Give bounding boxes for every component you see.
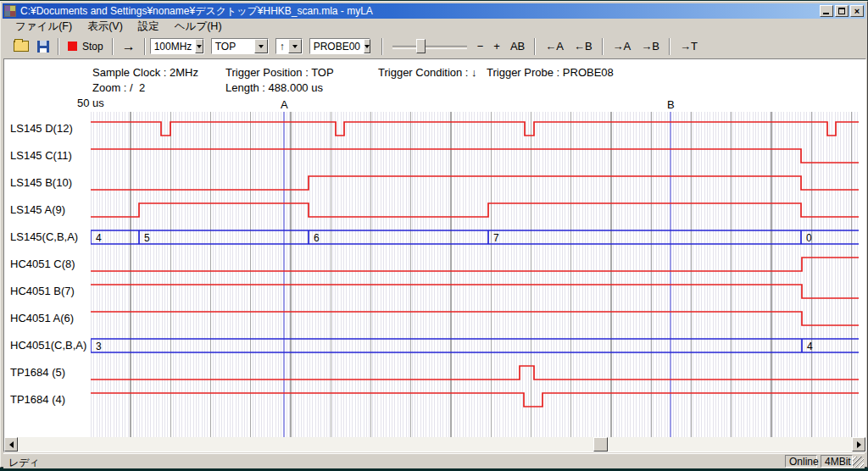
waveform-trace [91,285,859,298]
goto-trigger-button[interactable]: →T [675,40,703,53]
trigger-probe-value: PROBE00 [310,41,364,53]
toolbar-separator [112,38,114,55]
channel-label: HC4051 C(8) [10,258,90,270]
horizontal-scrollbar[interactable] [4,437,865,452]
bus-value: 5 [144,232,150,244]
bus-value: 4 [96,232,102,244]
toolbar-separator [534,38,536,55]
chevron-down-icon [259,45,264,48]
dropdown-button[interactable] [364,39,370,53]
scroll-left-button[interactable] [4,437,18,452]
chevron-down-icon [364,45,370,48]
length-info: Length : 488.000 us [225,81,323,94]
stop-button[interactable]: Stop [64,37,108,56]
waveform-trace [91,122,859,136]
channel-label: TP1684 (4) [10,393,90,406]
trigger-position-info: Trigger Position : TOP [225,66,334,79]
zoom-slider-track [392,46,467,49]
arrow-left-icon [9,441,14,448]
trigger-condition-info: Trigger Condition : ↓ [378,66,477,79]
channel-label: LS145 B(10) [10,176,90,189]
stop-icon [68,42,77,51]
zoom-out-button[interactable]: − [472,40,489,53]
maximize-icon [838,8,845,14]
status-online-badge: Online [785,455,817,468]
status-bar: レディ Online 4MBit [3,453,865,468]
chevron-down-icon [292,45,298,48]
channel-label: TP1684 (5) [10,366,90,379]
waveform-trace [91,176,859,190]
menu-settings[interactable]: 設定 [131,19,167,35]
scrollbar-thumb[interactable] [593,437,608,452]
bus-value: 3 [96,341,102,352]
channel-label: LS145 D(12) [10,122,90,135]
window-title: C:¥Documents and Settings¥noname¥デスクトップ¥… [20,4,818,19]
app-window: C:¥Documents and Settings¥noname¥デスクトップ¥… [0,1,868,468]
close-icon: × [854,7,860,16]
minimize-button[interactable] [820,5,833,17]
scroll-right-button[interactable] [852,437,865,452]
toolbar-separator [381,38,383,55]
channel-label: HC4051 A(6) [10,312,90,324]
trigger-position-select[interactable]: TOP [211,38,269,54]
sample-clock-value: 100MHz [151,41,196,53]
marker-label-b: B [667,98,675,111]
close-button[interactable]: × [850,5,864,17]
bus-value: 6 [314,232,320,244]
waveform-trace [91,149,859,163]
channel-label: HC4051 B(7) [10,285,90,297]
dropdown-button[interactable] [195,39,203,53]
dropdown-button[interactable] [254,39,268,53]
resize-grip[interactable] [853,457,864,468]
dropdown-button[interactable] [288,39,302,53]
toolbar-separator [602,38,604,55]
screen: C:¥Documents and Settings¥noname¥デスクトップ¥… [0,0,868,471]
goto-a-right-button[interactable]: →A [608,40,637,53]
title-bar[interactable]: C:¥Documents and Settings¥noname¥デスクトップ¥… [3,3,865,19]
open-folder-icon [14,41,29,52]
menu-file[interactable]: ファイル(F) [8,19,80,35]
arrow-right-icon [857,441,861,448]
stop-label: Stop [82,41,103,53]
trigger-position-value: TOP [212,41,239,53]
goto-b-right-button[interactable]: →B [636,40,665,53]
toolbar: Stop → 100MHz TOP ↑ PROBE00 [3,35,865,58]
waveform-trace [91,258,859,271]
waveform-area[interactable]: 4567034 [91,112,859,437]
zoom-ab-button[interactable]: AB [505,40,530,53]
status-ready-text: レディ [8,456,40,470]
waveform-trace [91,203,859,217]
trigger-edge-select[interactable]: ↑ [275,38,303,54]
zoom-in-button[interactable]: + [488,40,505,53]
zoom-slider[interactable] [392,38,467,55]
waveform-trace [91,393,859,407]
channel-label: LS145(C,B,A) [10,230,90,243]
trigger-probe-info: Trigger Probe : PROBE08 [487,66,614,79]
trigger-probe-select[interactable]: PROBE00 [309,38,370,54]
app-icon [4,5,16,17]
run-button[interactable]: → [118,37,140,56]
zoom-info: Zoom : / 2 [92,81,145,94]
channel-label: LS145 C(11) [10,149,90,162]
save-button[interactable] [33,37,53,56]
chevron-down-icon [197,45,202,48]
status-memory-badge: 4MBit [821,455,853,468]
open-button[interactable] [9,37,33,56]
run-arrow-icon: → [122,39,136,54]
menu-help[interactable]: ヘルプ(H) [167,19,230,35]
timebase-label: 50 us [77,97,104,109]
toolbar-separator [58,38,59,55]
channel-label: HC4051(C,B,A) [10,339,90,352]
toolbar-separator [144,38,146,55]
trigger-edge-value: ↑ [276,41,288,53]
waveform-trace [91,366,859,380]
channel-label: LS145 A(9) [10,203,90,216]
maximize-button[interactable] [835,5,849,17]
zoom-slider-thumb[interactable] [416,39,426,53]
minimize-icon [823,13,829,14]
sample-clock-select[interactable]: 100MHz [150,38,204,54]
bus-value: 7 [493,232,499,244]
goto-a-left-button[interactable]: ←A [540,40,569,53]
goto-b-left-button[interactable]: ←B [569,40,598,53]
menu-view[interactable]: 表示(V) [80,19,131,35]
